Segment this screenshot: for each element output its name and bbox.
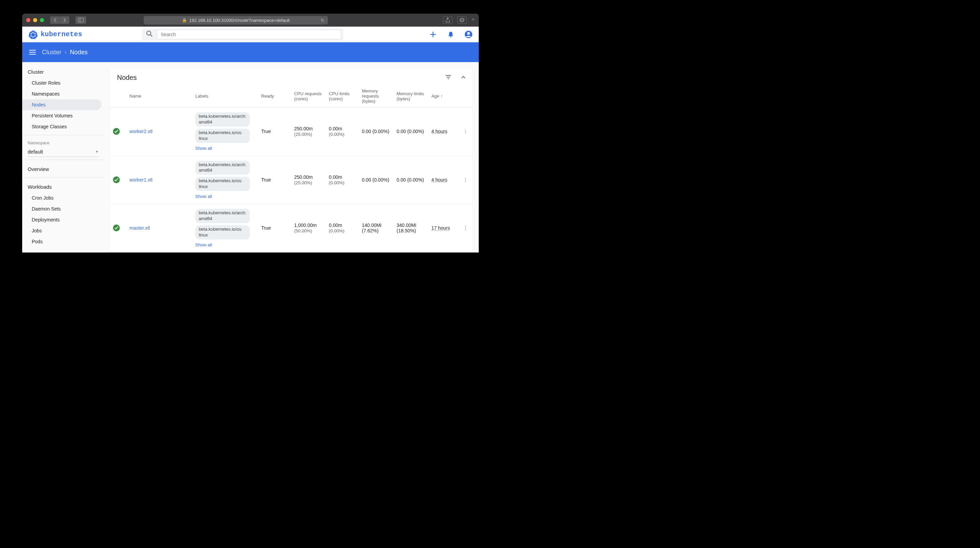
status-ok-icon — [113, 177, 120, 183]
svg-point-12 — [147, 31, 151, 35]
node-name-link[interactable]: worker1.xtl — [129, 177, 153, 183]
sidebar-item-jobs[interactable]: Jobs — [22, 225, 104, 236]
label-chip: beta.kubernetes.io/arch: amd64 — [195, 161, 250, 175]
cpu-lim-cell: 0.00m(0.00%) — [326, 156, 359, 204]
sidebar-item-deployments[interactable]: Deployments — [22, 214, 104, 225]
minimize-window-button[interactable] — [33, 18, 37, 22]
svg-point-16 — [450, 36, 452, 38]
cpu-lim-cell: 0.00m(0.00%) — [326, 107, 359, 156]
card-title: Nodes — [117, 74, 137, 81]
status-ok-icon — [113, 225, 120, 231]
sidebar-item-pods[interactable]: Pods — [22, 236, 104, 247]
mem-lim-cell: 340.00Mi (18.50%) — [394, 204, 429, 252]
row-menu-button[interactable]: ⋮ — [458, 156, 473, 204]
show-all-link[interactable]: Show all — [195, 146, 212, 151]
collapse-icon[interactable] — [461, 75, 466, 81]
sidebar-item-cron-jobs[interactable]: Cron Jobs — [22, 193, 104, 203]
status-ok-icon — [113, 128, 120, 135]
tabs-button[interactable] — [457, 16, 467, 24]
age-cell: 17 hours — [431, 225, 450, 231]
sidebar-heading-workloads: Workloads — [22, 180, 104, 193]
kubernetes-logo[interactable]: kubernetes — [28, 30, 82, 39]
sidebar-divider — [22, 135, 104, 135]
show-all-link[interactable]: Show all — [195, 194, 212, 199]
sidebar: Cluster Cluster RolesNamespacesNodesPers… — [22, 62, 104, 253]
sidebar-item-persistent-volumes[interactable]: Persistent Volumes — [22, 110, 104, 121]
ready-cell: True — [258, 107, 291, 156]
new-tab-icon[interactable]: + — [472, 16, 475, 24]
sidebar-toggle-button[interactable] — [75, 16, 86, 24]
namespace-selector[interactable]: default ▼ — [28, 147, 99, 157]
svg-rect-2 — [460, 19, 463, 22]
sidebar-item-storage-classes[interactable]: Storage Classes — [22, 121, 104, 132]
cpu-req-cell: 250.00m(25.00%) — [291, 107, 326, 156]
back-button[interactable] — [50, 16, 60, 24]
namespace-value: default — [28, 149, 43, 155]
maximize-window-button[interactable] — [40, 18, 44, 22]
main-content: Nodes — [104, 62, 479, 253]
ready-cell: True — [258, 204, 291, 252]
sidebar-item-namespaces[interactable]: Namespaces — [22, 88, 104, 99]
close-window-button[interactable] — [26, 18, 30, 22]
svg-point-18 — [467, 32, 470, 35]
sidebar-item-nodes[interactable]: Nodes — [22, 99, 101, 110]
age-cell: 4 hours — [431, 177, 447, 183]
search-input[interactable] — [157, 30, 341, 39]
label-chip: beta.kubernetes.io/arch: amd64 — [195, 112, 250, 127]
row-menu-button[interactable]: ⋮ — [458, 204, 473, 252]
brand-text: kubernetes — [41, 30, 82, 38]
url-text: 192.168.10.100:31000/#/node?namespace=de… — [189, 18, 290, 23]
breadcrumb-root[interactable]: Cluster — [42, 49, 61, 56]
sidebar-item-cluster-roles[interactable]: Cluster Roles — [22, 78, 104, 88]
url-bar[interactable]: 🔒 192.168.10.100:31000/#/node?namespace=… — [144, 16, 328, 25]
row-menu-button[interactable]: ⋮ — [458, 107, 473, 156]
traffic-lights — [26, 18, 44, 22]
col-ready[interactable]: Ready — [258, 85, 291, 107]
forward-button[interactable] — [60, 16, 69, 24]
table-row: worker2.xtl beta.kubernetes.io/arch: amd… — [110, 107, 473, 156]
app-header: kubernetes — [22, 27, 479, 42]
mem-req-cell: 0.00 (0.00%) — [359, 156, 394, 204]
cpu-req-cell: 250.00m(25.00%) — [291, 156, 326, 204]
sidebar-item-daemon-sets[interactable]: Daemon Sets — [22, 203, 104, 214]
sidebar-item-overview[interactable]: Overview — [22, 163, 104, 175]
sidebar-divider — [22, 177, 104, 178]
share-button[interactable] — [443, 16, 452, 24]
browser-window: 🔒 192.168.10.100:31000/#/node?namespace=… — [22, 14, 479, 253]
browser-titlebar: 🔒 192.168.10.100:31000/#/node?namespace=… — [22, 14, 479, 27]
breadcrumb-bar: Cluster › Nodes — [22, 42, 479, 62]
col-mem-lim[interactable]: Memory limits (bytes) — [394, 85, 429, 107]
ready-cell: True — [258, 156, 291, 204]
pagination: 1 – 3 of 3 |‹ ‹ › ›| — [110, 252, 473, 253]
node-name-link[interactable]: worker2.xtl — [129, 129, 153, 134]
menu-toggle-button[interactable] — [29, 50, 36, 54]
col-name[interactable]: Name — [127, 85, 192, 107]
show-all-link[interactable]: Show all — [195, 242, 212, 247]
mem-lim-cell: 0.00 (0.00%) — [394, 107, 429, 156]
nav-buttons — [50, 16, 69, 24]
notifications-button[interactable] — [447, 30, 455, 38]
col-mem-req[interactable]: Memory requests (bytes) — [359, 85, 394, 107]
col-age[interactable]: Age↑ — [429, 85, 458, 107]
col-cpu-lim[interactable]: CPU limits (cores) — [326, 85, 359, 107]
label-chip: beta.kubernetes.io/os: linux — [195, 225, 250, 239]
search-icon — [146, 30, 153, 38]
mem-req-cell: 140.00Mi (7.62%) — [359, 204, 394, 252]
col-labels[interactable]: Labels — [192, 85, 258, 107]
node-name-link[interactable]: master.xtl — [129, 225, 150, 231]
col-cpu-req[interactable]: CPU requests (cores) — [291, 85, 326, 107]
search-container — [142, 29, 343, 40]
age-cell: 4 hours — [431, 129, 447, 134]
svg-rect-0 — [78, 18, 84, 22]
mem-lim-cell: 0.00 (0.00%) — [394, 156, 429, 204]
create-button[interactable] — [429, 30, 437, 38]
table-row: master.xtl beta.kubernetes.io/arch: amd6… — [110, 204, 473, 252]
filter-icon[interactable] — [445, 75, 452, 81]
label-chip: beta.kubernetes.io/os: linux — [195, 177, 250, 191]
account-button[interactable] — [465, 30, 473, 38]
reload-icon[interactable]: ↻ — [321, 18, 325, 23]
sidebar-divider — [22, 160, 104, 160]
sidebar-heading-cluster: Cluster — [22, 65, 104, 78]
sort-arrow-icon: ↑ — [441, 94, 443, 99]
breadcrumb-current: Nodes — [70, 49, 88, 56]
